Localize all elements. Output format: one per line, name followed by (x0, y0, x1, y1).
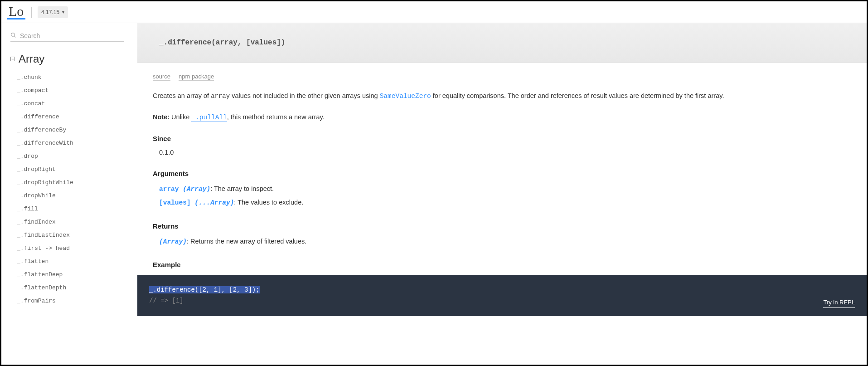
fn-name: dropRight (24, 166, 56, 173)
sidebar-item-flattendeep[interactable]: _.flattenDeep (17, 268, 137, 281)
sidebar-item-compact[interactable]: _.compact (17, 84, 137, 97)
desc-text: Creates an array of (153, 92, 211, 99)
sidebar-item-fill[interactable]: _.fill (17, 202, 137, 215)
signature: _.difference(array, [values]) (159, 39, 285, 47)
main-content: _.difference(array, [values]) source npm… (137, 23, 867, 365)
collapse-icon[interactable]: − (10, 57, 15, 61)
fn-name: flattenDepth (24, 284, 67, 291)
code-output: // => [1] (149, 296, 855, 307)
sidebar-item-chunk[interactable]: _.chunk (17, 71, 137, 84)
fn-prefix: _. (17, 298, 24, 304)
code-selected: _.difference([2, 1], [2, 3]); (149, 286, 260, 293)
inline-code: array (211, 93, 230, 100)
sidebar-item-differencewith[interactable]: _.differenceWith (17, 137, 137, 150)
fn-name: chunk (24, 74, 42, 81)
sidebar-item-findindex[interactable]: _.findIndex (17, 215, 137, 229)
sidebar-item-flatten[interactable]: _.flatten (17, 255, 137, 268)
fn-prefix: _. (17, 205, 24, 212)
fn-name: differenceWith (24, 140, 73, 146)
svg-point-0 (11, 33, 15, 37)
arguments-block: array (Array): The array to inspect.[val… (153, 184, 851, 208)
argument-item: array (Array): The array to inspect. (153, 184, 851, 195)
return-item: (Array): Returns the new array of filter… (153, 236, 851, 247)
example-code: _.difference([2, 1], [2, 3]); // => [1] … (137, 275, 867, 317)
search-field[interactable] (10, 32, 124, 42)
fn-name: findLastIndex (24, 232, 70, 239)
category-title: Array (19, 53, 44, 65)
fn-name: concat (24, 100, 45, 107)
svg-line-1 (14, 36, 15, 37)
returns-heading: Returns (153, 222, 851, 230)
fn-prefix: _. (17, 258, 24, 265)
fn-name: fill (24, 205, 38, 212)
fn-name: fromPairs (24, 298, 56, 304)
samevaluezero-link[interactable]: SameValueZero (380, 93, 431, 100)
fn-prefix: _. (17, 87, 24, 94)
fn-prefix: _. (17, 219, 24, 225)
fn-prefix: _. (17, 271, 24, 278)
fn-prefix: _. (17, 113, 24, 120)
arguments-heading: Arguments (153, 170, 851, 177)
fn-prefix: _. (17, 192, 24, 199)
sidebar-item-frompairs[interactable]: _.fromPairs (17, 294, 137, 307)
fn-name: compact (24, 87, 49, 94)
fn-name: dropRightWhile (24, 179, 73, 186)
sidebar-item-dropwhile[interactable]: _.dropWhile (17, 189, 137, 202)
fn-name: findIndex (24, 219, 56, 225)
sidebar-item-first-head[interactable]: _.first -> head (17, 242, 137, 255)
fn-prefix: _. (17, 232, 24, 239)
pullall-link[interactable]: _.pullAll (191, 114, 227, 122)
search-input[interactable] (20, 32, 124, 39)
search-icon (10, 32, 16, 39)
version-select[interactable]: 4.17.15 ▾ (38, 6, 68, 18)
fn-prefix: _. (17, 127, 24, 133)
header: Lo | 4.17.15 ▾ (1, 1, 867, 23)
sidebar-item-difference[interactable]: _.difference (17, 110, 137, 123)
fn-prefix: _. (17, 179, 24, 186)
code-line: _.difference([2, 1], [2, 3]); (149, 285, 855, 296)
fn-name: flatten (24, 258, 49, 265)
fn-name: differenceBy (24, 127, 67, 133)
chevron-down-icon: ▾ (62, 10, 64, 15)
doc-body: source npm package Creates an array of a… (137, 63, 867, 365)
fn-prefix: _. (17, 166, 24, 173)
arg-desc: : The values to exclude. (234, 199, 303, 206)
source-link[interactable]: source (153, 73, 170, 81)
sidebar-item-flattendepth[interactable]: _.flattenDepth (17, 281, 137, 294)
arg-type: (...Array) (191, 199, 234, 206)
fn-name: drop (24, 153, 38, 160)
fn-prefix: _. (17, 284, 24, 291)
desc-text: for equality comparisons. The order and … (431, 92, 724, 99)
fn-name: difference (24, 113, 59, 120)
description: Creates an array of array values not inc… (153, 91, 851, 102)
example-heading: Example (153, 261, 851, 268)
fn-prefix: _. (17, 74, 24, 81)
arg-type: (Array) (179, 185, 211, 193)
sidebar-item-differenceby[interactable]: _.differenceBy (17, 123, 137, 137)
note-text: , this method returns a new array. (227, 113, 325, 121)
fn-prefix: _. (17, 245, 24, 252)
body: − Array _.chunk_.compact_.concat_.differ… (1, 23, 867, 365)
fn-prefix: _. (17, 100, 24, 107)
version-label: 4.17.15 (41, 9, 59, 15)
try-in-repl-link[interactable]: Try in REPL (823, 298, 855, 308)
arg-name: array (159, 185, 179, 193)
sidebar-item-drop[interactable]: _.drop (17, 150, 137, 163)
category-header[interactable]: − Array (10, 53, 137, 65)
arg-desc: : The array to inspect. (210, 185, 274, 192)
logo[interactable]: Lo (7, 5, 25, 20)
arg-name: [values] (159, 199, 191, 206)
signature-bar: _.difference(array, [values]) (137, 23, 867, 63)
header-divider: | (30, 5, 33, 19)
sidebar-item-dropright[interactable]: _.dropRight (17, 163, 137, 176)
sidebar-item-droprightwhile[interactable]: _.dropRightWhile (17, 176, 137, 189)
sidebar-item-findlastindex[interactable]: _.findLastIndex (17, 229, 137, 242)
since-value: 0.1.0 (153, 149, 851, 156)
meta-links: source npm package (153, 73, 851, 80)
npm-link[interactable]: npm package (179, 73, 214, 81)
sidebar-item-concat[interactable]: _.concat (17, 97, 137, 110)
note: Note: Unlike _.pullAll, this method retu… (153, 113, 851, 121)
argument-item: [values] (...Array): The values to exclu… (153, 197, 851, 208)
fn-prefix: _. (17, 153, 24, 160)
fn-prefix: _. (17, 140, 24, 146)
